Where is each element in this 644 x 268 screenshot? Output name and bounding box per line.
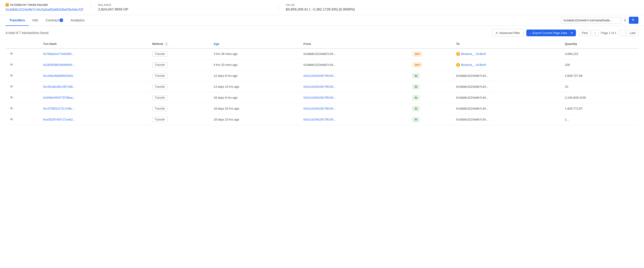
eye-button[interactable]: 👁 bbox=[8, 84, 15, 89]
method-badge: Transfer bbox=[152, 51, 168, 57]
pagination-first-button[interactable]: First bbox=[579, 30, 590, 36]
token-dot-icon bbox=[6, 3, 9, 7]
from-address-link[interactable]: 0x011d19410fc79f140... bbox=[304, 107, 336, 110]
pagination-prev-button[interactable]: ‹ bbox=[592, 30, 598, 36]
direction-cell: IN bbox=[410, 81, 454, 92]
txn-hash-link[interactable]: 0x260836624d49f440... bbox=[43, 63, 75, 67]
direction-cell: IN bbox=[410, 70, 454, 81]
method-badge: Transfer bbox=[152, 95, 168, 100]
eye-cell: 👁 bbox=[6, 59, 40, 70]
table-row: 👁 0xc44bc8bb806d1b63... Transfer 12 days… bbox=[6, 70, 638, 81]
binance-icon: B bbox=[456, 52, 460, 56]
eye-button[interactable]: 👁 bbox=[8, 95, 15, 100]
method-cell: Transfer bbox=[150, 114, 211, 125]
to-address: 0x3db8c3224e6b7c34... bbox=[456, 107, 488, 110]
age-cell: 12 days 8 hrs ago bbox=[211, 70, 301, 81]
to-binance-link[interactable]: B Binance_...0x3bc9 bbox=[456, 63, 559, 67]
txn-hash-cell: 0xc44bc8bb806d1b63... bbox=[40, 70, 150, 81]
table-row: 👁 0xc3756f2c272c7d4b... Transfer 18 days… bbox=[6, 103, 638, 114]
quantity-cell: 1,929,772.87 bbox=[562, 103, 638, 114]
tabs-row: Transfers Info Contract ✓ Analytics ✕ 🔍 bbox=[0, 15, 644, 26]
eye-button[interactable]: 👁 bbox=[8, 106, 15, 111]
from-address-link[interactable]: 0x011d19410fc79f140... bbox=[304, 85, 336, 88]
eye-button[interactable]: 👁 bbox=[8, 73, 15, 78]
eye-cell: 👁 bbox=[6, 48, 40, 60]
method-badge: Transfer bbox=[152, 117, 168, 122]
direction-badge: IN bbox=[412, 95, 419, 100]
pagination: First ‹ Page 1 of 1 › Last bbox=[579, 30, 638, 36]
method-info-icon[interactable]: i bbox=[165, 43, 168, 46]
pagination-next-button[interactable]: › bbox=[619, 30, 626, 36]
toolbar: A total of 7 transactions found ⧖ Advanc… bbox=[0, 26, 644, 40]
to-binance-link[interactable]: B Binance_...0x3bc9 bbox=[456, 52, 559, 56]
to-address: 0x3db8c3224e6b7c34... bbox=[456, 118, 488, 121]
txn-hash-link[interactable]: 0x768ae2a77e0d280... bbox=[43, 52, 74, 56]
tab-contract[interactable]: Contract ✓ bbox=[42, 15, 67, 26]
age-cell: 3 hrs 36 mins ago bbox=[211, 48, 301, 60]
txn-hash-cell: 0xc3756f2c272c7d4b... bbox=[40, 103, 150, 114]
direction-badge: IN bbox=[412, 106, 419, 111]
from-address-link[interactable]: 0x011d19410fc79f140... bbox=[304, 118, 336, 121]
to-cell: 0x3db8c3224e6b7c34... bbox=[454, 92, 562, 103]
tab-transfers[interactable]: Transfers bbox=[6, 15, 29, 26]
binance-icon: B bbox=[456, 63, 460, 67]
export-chevron-icon: ▾ bbox=[569, 31, 573, 35]
method-cell: Transfer bbox=[150, 70, 211, 81]
quantity-cell: 1... bbox=[562, 114, 638, 125]
search-icon: 🔍 bbox=[632, 18, 636, 22]
table-header-row: Txn Hash Method i Age From To Quantity bbox=[6, 40, 638, 48]
age-cell: 13 days 14 hrs ago bbox=[211, 81, 301, 92]
balance-value: 2,824,047.9659 OP bbox=[98, 7, 271, 11]
from-cell: 0x011d19410fc79f140... bbox=[301, 114, 410, 125]
search-clear-button[interactable]: ✕ bbox=[622, 17, 628, 24]
quantity-cell: 10 bbox=[562, 81, 638, 92]
age-cell: 18 days 9 hrs ago bbox=[211, 92, 301, 103]
transactions-table-container: Txn Hash Method i Age From To Quantity 👁… bbox=[0, 40, 644, 125]
token-holder-section: FILTERED BY TOKEN HOLDER 0x3db8c3224e6b7… bbox=[6, 3, 91, 12]
txn-hash-link[interactable]: 0xc3756f2c272c7d4b... bbox=[43, 107, 74, 110]
tab-info[interactable]: Info bbox=[29, 15, 42, 26]
advanced-filter-button[interactable]: ⧖ Advanced Filter bbox=[492, 29, 524, 37]
eye-button[interactable]: 👁 bbox=[8, 62, 15, 67]
from-address-link[interactable]: 0x011d19410fc79f140... bbox=[304, 74, 336, 77]
method-cell: Transfer bbox=[150, 59, 211, 70]
search-input[interactable] bbox=[561, 17, 621, 24]
txn-hash-cell: 0x768ae2a77e0d280... bbox=[40, 48, 150, 60]
txn-hash-cell: 0xa352874d7c71ceb2... bbox=[40, 114, 150, 125]
quantity-cell: 4,086,222 bbox=[562, 48, 638, 60]
from-cell: 0x3db8c3224e6b7c34... bbox=[301, 48, 410, 60]
from-cell: 0x3db8c3224e6b7c34... bbox=[301, 59, 410, 70]
txn-hash-link[interactable]: 0x049e435477078bac... bbox=[43, 96, 76, 99]
token-holder-address[interactable]: 0x3db8c3224e6b7c34c5a0a65a6b63bef3b4decf… bbox=[6, 8, 83, 12]
tab-analytics[interactable]: Analytics bbox=[67, 15, 88, 26]
direction-cell: OUT bbox=[410, 59, 454, 70]
table-body: 👁 0x768ae2a77e0d280... Transfer 3 hrs 36… bbox=[6, 48, 638, 125]
txn-hash-link[interactable]: 0xc44bc8bb806d1b63... bbox=[43, 74, 76, 77]
from-cell: 0x011d19410fc79f140... bbox=[301, 92, 410, 103]
table-row: 👁 0x768ae2a77e0d280... Transfer 3 hrs 36… bbox=[6, 48, 638, 60]
method-cell: Transfer bbox=[150, 92, 211, 103]
col-age: Age bbox=[211, 40, 301, 48]
table-row: 👁 0xc3f1a6cd6c1f87168... Transfer 13 day… bbox=[6, 81, 638, 92]
method-cell: Transfer bbox=[150, 103, 211, 114]
method-badge: Transfer bbox=[152, 84, 168, 89]
from-address: 0x3db8c3224e6b7c34... bbox=[304, 63, 336, 67]
pagination-last-button[interactable]: Last bbox=[626, 30, 638, 36]
search-bar: ✕ 🔍 bbox=[561, 17, 638, 24]
direction-badge: OUT bbox=[412, 52, 422, 56]
eye-button[interactable]: 👁 bbox=[8, 117, 15, 122]
eye-cell: 👁 bbox=[6, 92, 40, 103]
txn-hash-link[interactable]: 0xc3f1a6cd6c1f87168... bbox=[43, 85, 75, 88]
eye-cell: 👁 bbox=[6, 103, 40, 114]
quantity-cell: 2,140,849.4159 bbox=[562, 92, 638, 103]
txn-hash-link[interactable]: 0xa352874d7c71ceb2... bbox=[43, 118, 76, 121]
direction-badge: IN bbox=[412, 84, 419, 89]
search-button[interactable]: 🔍 bbox=[629, 17, 638, 24]
to-cell: 0x3db8c3224e6b7c34... bbox=[454, 70, 562, 81]
contract-tab-label: Contract ✓ bbox=[46, 18, 64, 22]
eye-button[interactable]: 👁 bbox=[8, 51, 15, 57]
direction-badge: OUT bbox=[412, 63, 422, 67]
from-cell: 0x011d19410fc79f140... bbox=[301, 70, 410, 81]
export-button[interactable]: ↓ Export Current Page Data ▾ bbox=[526, 30, 576, 36]
from-address-link[interactable]: 0x011d19410fc79f140... bbox=[304, 96, 336, 99]
